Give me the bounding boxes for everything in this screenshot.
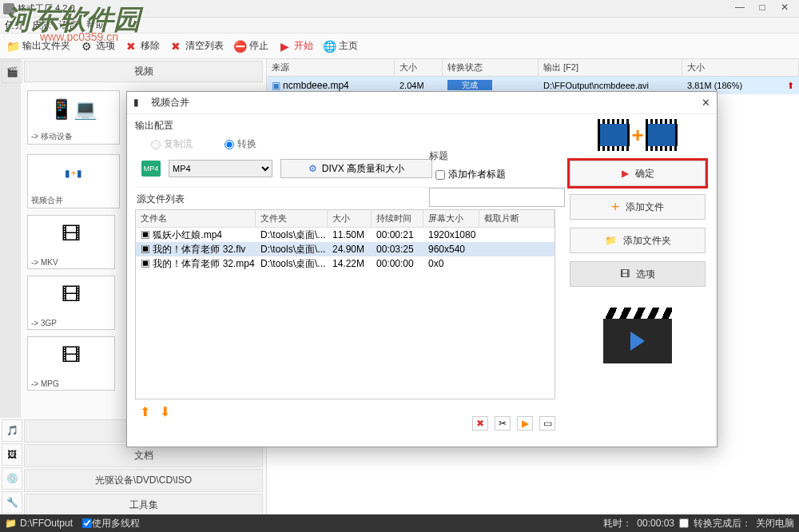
tile-mpg[interactable]: 🎞 -> MPG bbox=[27, 336, 115, 391]
move-down-button[interactable]: ⬇ bbox=[160, 404, 170, 419]
merge-icon: ▮+▮ bbox=[28, 155, 119, 192]
folder-plus-icon: 📁 bbox=[605, 235, 617, 246]
mpg-icon: 🎞 bbox=[28, 337, 114, 374]
radio-convert[interactable]: 转换 bbox=[225, 137, 256, 151]
menubar: 任务 皮肤 语言 帮助 bbox=[0, 18, 799, 34]
menu-skin[interactable]: 皮肤 bbox=[32, 18, 51, 32]
add-folder-button[interactable]: 📁添加文件夹 bbox=[570, 228, 706, 253]
play-preview-button[interactable]: ▶ bbox=[517, 416, 533, 431]
add-file-button[interactable]: +添加文件 bbox=[570, 194, 706, 220]
dialog-close-button[interactable]: ✕ bbox=[702, 97, 710, 109]
priority-up-icon[interactable]: ⬆ bbox=[782, 79, 799, 93]
tile-mkv[interactable]: 🎞 -> MKV bbox=[27, 215, 115, 269]
section-tools[interactable]: 工具集 bbox=[24, 494, 263, 517]
remove-button[interactable]: ✖移除 bbox=[123, 38, 160, 54]
task-list-header: 来源 大小 转换状态 输出 [F2] 大小 bbox=[267, 59, 799, 77]
stop-button[interactable]: ⛔停止 bbox=[232, 38, 268, 54]
after-convert-checkbox[interactable] bbox=[679, 518, 689, 528]
menu-task[interactable]: 任务 bbox=[5, 18, 24, 32]
col-source[interactable]: 来源 bbox=[267, 59, 395, 76]
start-icon: ▶ bbox=[276, 38, 292, 54]
fcol-name[interactable]: 文件名 bbox=[136, 210, 256, 227]
fcol-screen[interactable]: 屏幕大小 bbox=[423, 210, 479, 227]
close-button[interactable]: ✕ bbox=[773, 2, 796, 16]
title-input[interactable] bbox=[429, 188, 565, 207]
video-merge-dialog: ▮ 视频合并 ✕ 输出配置 复制流 转换 MP4 MP4 ⚙DIVX 高质量和大… bbox=[126, 91, 718, 447]
clear-icon: ✖ bbox=[168, 38, 184, 54]
col-output[interactable]: 输出 [F2] bbox=[539, 59, 682, 76]
tools-category-icon[interactable]: 🔧 bbox=[2, 491, 22, 514]
maximize-button[interactable]: □ bbox=[751, 2, 773, 16]
video-category-icon[interactable]: 🎬 bbox=[2, 61, 22, 83]
menu-help[interactable]: 帮助 bbox=[86, 18, 105, 32]
tile-mobile-device[interactable]: 📱💻 -> 移动设备 bbox=[27, 90, 120, 145]
fcol-duration[interactable]: 持续时间 bbox=[372, 210, 423, 227]
folder-icon[interactable]: 📁 bbox=[5, 518, 17, 529]
tile-3gp[interactable]: 🎞 -> 3GP bbox=[27, 276, 115, 330]
remove-icon: ✖ bbox=[123, 38, 139, 54]
status-badge: 完成 bbox=[447, 80, 492, 90]
clapperboard-graphic bbox=[603, 303, 672, 363]
app-icon bbox=[3, 3, 14, 14]
after-value: 关闭电脑 bbox=[756, 517, 794, 530]
move-up-button[interactable]: ⬆ bbox=[140, 404, 150, 419]
dialog-options-button[interactable]: 🎞选项 bbox=[570, 261, 706, 287]
audio-category-icon[interactable]: 🎵 bbox=[2, 419, 22, 442]
after-label: 转换完成后： bbox=[694, 517, 751, 530]
author-title-checkbox[interactable] bbox=[435, 170, 445, 180]
fcol-size[interactable]: 大小 bbox=[328, 210, 372, 227]
format-select[interactable]: MP4 bbox=[169, 160, 272, 177]
source-file-table: 文件名 文件夹 大小 持续时间 屏幕大小 截取片断 ▣ 狐妖小红娘.mp4 D:… bbox=[135, 209, 555, 399]
info-button[interactable]: ▭ bbox=[539, 416, 555, 431]
clip-button[interactable]: ✂ bbox=[495, 416, 511, 431]
title-group-label: 标题 bbox=[429, 149, 565, 163]
file-row[interactable]: ▣ 狐妖小红娘.mp4 D:\tools\桌面\... 11.50M 00:00… bbox=[136, 228, 555, 242]
elapsed-value: 00:00:03 bbox=[637, 518, 674, 529]
clear-list-button[interactable]: ✖清空列表 bbox=[168, 38, 224, 54]
dialog-titlebar: ▮ 视频合并 ✕ bbox=[127, 92, 717, 114]
minimize-button[interactable]: — bbox=[729, 2, 751, 16]
fcol-folder[interactable]: 文件夹 bbox=[256, 210, 328, 227]
folder-icon: 📁 bbox=[5, 38, 21, 54]
globe-icon: 🌐 bbox=[321, 38, 337, 54]
dialog-title-text: 视频合并 bbox=[151, 96, 189, 109]
elapsed-label: 耗时： bbox=[603, 517, 632, 530]
multithread-checkbox[interactable] bbox=[82, 518, 92, 528]
toolbar: 📁输出文件夹 ⚙选项 ✖移除 ✖清空列表 ⛔停止 ▶开始 🌐主页 bbox=[0, 34, 799, 59]
start-button[interactable]: ▶开始 bbox=[276, 38, 313, 54]
gear-icon: ⚙ bbox=[78, 38, 94, 54]
section-document[interactable]: 文档 bbox=[24, 444, 263, 467]
home-button[interactable]: 🌐主页 bbox=[321, 38, 358, 54]
file-row[interactable]: ▣ 我的！体育老师 32.mp4 D:\tools\桌面\... 14.22M … bbox=[136, 256, 555, 271]
radio-copy-stream[interactable]: 复制流 bbox=[151, 137, 193, 151]
disc-category-icon[interactable]: 💿 bbox=[2, 467, 22, 490]
gear-icon: ⚙ bbox=[308, 163, 317, 174]
image-category-icon[interactable]: 🖼 bbox=[2, 443, 22, 466]
file-row[interactable]: ▣ 我的！体育老师 32.flv D:\tools\桌面\... 24.90M … bbox=[136, 242, 555, 256]
delete-item-button[interactable]: ✖ bbox=[472, 416, 488, 431]
statusbar: 📁 D:\FFOutput 使用多线程 耗时： 00:00:03 转换完成后： … bbox=[0, 514, 799, 532]
codec-settings-button[interactable]: ⚙DIVX 高质量和大小 bbox=[280, 159, 432, 178]
titlebar: 格式工厂 4.2.0 — □ ✕ bbox=[0, 0, 799, 18]
mobile-devices-icon: 📱💻 bbox=[28, 91, 119, 128]
output-path-label[interactable]: D:\FFOutput bbox=[20, 518, 73, 529]
plus-icon: + bbox=[611, 199, 620, 216]
film-icon: 🎞 bbox=[620, 268, 630, 280]
merge-graphic: + bbox=[570, 119, 706, 151]
stop-icon: ⛔ bbox=[232, 38, 248, 54]
col-size[interactable]: 大小 bbox=[395, 59, 443, 76]
col-osize[interactable]: 大小 bbox=[682, 59, 799, 76]
ok-button[interactable]: ▶确定 bbox=[570, 161, 706, 186]
output-config-label: 输出配置 bbox=[135, 119, 555, 133]
multithread-label: 使用多线程 bbox=[92, 517, 140, 530]
section-disc[interactable]: 光驱设备\DVD\CD\ISO bbox=[24, 469, 263, 492]
window-title: 格式工厂 4.2.0 bbox=[18, 2, 729, 14]
options-button[interactable]: ⚙选项 bbox=[78, 38, 115, 54]
output-folder-button[interactable]: 📁输出文件夹 bbox=[5, 38, 70, 54]
video-category-header[interactable]: 视频 bbox=[24, 61, 263, 82]
menu-language[interactable]: 语言 bbox=[59, 18, 78, 32]
fcol-clip[interactable]: 截取片断 bbox=[479, 210, 555, 227]
tile-video-merge[interactable]: ▮+▮ 视频合并 bbox=[27, 154, 120, 208]
col-status[interactable]: 转换状态 bbox=[443, 59, 539, 76]
mp4-badge-icon: MP4 bbox=[141, 161, 161, 177]
